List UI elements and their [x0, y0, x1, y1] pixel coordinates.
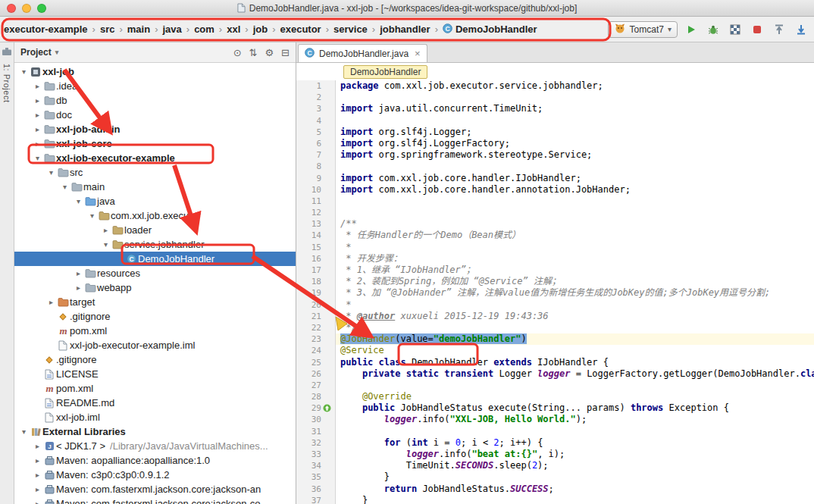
code-line[interactable] [336, 380, 814, 391]
window-close-button[interactable] [7, 4, 16, 13]
code-line[interactable] [336, 207, 814, 218]
chevron-collapsed-icon[interactable]: ▸ [46, 298, 56, 306]
run-config-select[interactable]: Tomcat7 ▾ [608, 21, 678, 38]
code-line[interactable]: * @author xuxueli 2015-12-19 19:43:36 [336, 311, 814, 322]
code-line[interactable] [336, 92, 814, 103]
editor-breadcrumb-tag[interactable]: DemoJobHandler [343, 65, 427, 79]
tree-item[interactable]: ▾java [14, 194, 296, 208]
tree-item[interactable]: ▸doc [14, 108, 296, 122]
tree-item[interactable]: ▸loader [14, 223, 296, 237]
gutter[interactable]: 9 [296, 173, 336, 184]
chevron-expanded-icon[interactable]: ▾ [60, 183, 70, 191]
gutter[interactable]: 33 [296, 449, 336, 460]
gutter[interactable]: 25 [296, 357, 336, 368]
gutter[interactable]: 29 [296, 402, 336, 414]
gutter[interactable]: 12 [296, 207, 336, 218]
chevron-expanded-icon[interactable]: ▾ [33, 154, 42, 162]
tree-item[interactable]: ▸target [14, 295, 296, 309]
gutter[interactable]: 7 [296, 149, 336, 161]
code-line[interactable] [336, 115, 814, 127]
gutter[interactable]: 8 [296, 161, 336, 172]
chevron-expanded-icon[interactable]: ▾ [74, 197, 83, 205]
chevron-collapsed-icon[interactable]: ▸ [33, 485, 42, 493]
chevron-collapsed-icon[interactable]: ▸ [33, 442, 42, 450]
tree-item[interactable]: ▸xxl-job-core [14, 136, 296, 151]
gutter[interactable]: 28 [296, 391, 336, 402]
tree-item[interactable]: ▸Maven: aopalliance:aopalliance:1.0 [14, 453, 296, 468]
breadcrumb-item[interactable]: com [192, 22, 217, 36]
tree-item[interactable]: ▸resources [14, 266, 296, 280]
code-line[interactable]: * 任务Handler的一个Demo（Bean模式） [336, 230, 814, 241]
code-line[interactable]: @Service [336, 345, 814, 356]
chevron-collapsed-icon[interactable]: ▸ [33, 139, 42, 148]
chevron-collapsed-icon[interactable]: ▸ [33, 125, 42, 133]
tree-item[interactable]: ▸J< JDK1.7 >/Library/Java/JavaVirtualMac… [14, 439, 296, 453]
code-line[interactable] [336, 426, 814, 437]
code-line[interactable]: * 1、继承 “IJobHandler”； [336, 265, 814, 276]
code-line[interactable]: public JobHandleStatus execute(String...… [336, 402, 814, 414]
code-line[interactable]: /** [336, 218, 814, 230]
tree-item[interactable]: ▾com.xxl.job.executor [14, 208, 296, 223]
code-line[interactable]: */ [336, 322, 814, 333]
code-line[interactable]: } [336, 495, 814, 504]
collapse-all-icon[interactable]: ⊟ [281, 47, 290, 58]
code-line[interactable]: import org.springframework.stereotype.Se… [336, 149, 814, 161]
code-line[interactable]: @Override [336, 391, 814, 402]
vcs-update-button[interactable] [793, 21, 809, 38]
code-line[interactable]: import com.xxl.job.core.handler.annotati… [336, 184, 814, 196]
gutter[interactable]: 31 [296, 426, 336, 437]
stop-button[interactable] [749, 21, 765, 38]
breadcrumb-item[interactable]: service [331, 22, 370, 36]
gutter[interactable]: 2 [296, 92, 336, 103]
breadcrumb-item[interactable]: xxl [224, 22, 243, 36]
coverage-button[interactable] [727, 21, 744, 38]
code-line[interactable]: * [336, 242, 814, 253]
gutter[interactable]: 5 [296, 127, 336, 138]
editor-tab[interactable]: C DemoJobHandler.java × [298, 44, 427, 62]
breadcrumb-item[interactable]: CDemoJobHandler [440, 22, 540, 37]
gutter[interactable]: 24 [296, 345, 336, 356]
code-line[interactable]: import org.slf4j.Logger; [336, 127, 814, 138]
breadcrumb-item[interactable]: executor-example [2, 22, 90, 36]
chevron-collapsed-icon[interactable]: ▸ [74, 269, 83, 277]
code-line[interactable]: TimeUnit.SECONDS.sleep(2); [336, 460, 814, 471]
sort-icon[interactable]: ⇅ [249, 47, 258, 58]
code-line[interactable]: logger.info("XXL-JOB, Hello World."); [336, 414, 814, 425]
tree-item[interactable]: xxl-job-executor-example.iml [14, 338, 296, 352]
tree-item[interactable]: .gitignore [14, 309, 296, 324]
code-line[interactable]: package com.xxl.job.executor.service.job… [336, 80, 814, 92]
chevron-collapsed-icon[interactable]: ▸ [33, 471, 42, 479]
chevron-collapsed-icon[interactable]: ▸ [33, 82, 42, 90]
tree-item[interactable]: ▸Maven: com.fasterxml.jackson.core:jacks… [14, 496, 296, 504]
chevron-expanded-icon[interactable]: ▾ [87, 211, 97, 220]
code-line[interactable]: import java.util.concurrent.TimeUnit; [336, 103, 814, 114]
code-line[interactable]: import com.xxl.job.core.handler.IJobHand… [336, 173, 814, 184]
gutter[interactable]: 22 [296, 322, 336, 333]
code-line[interactable] [336, 161, 814, 172]
code-line[interactable]: return JobHandleStatus.SUCCESS; [336, 484, 814, 495]
gutter[interactable]: 17 [296, 265, 336, 276]
gutter[interactable]: 18 [296, 276, 336, 287]
code-line[interactable]: @JobHander(value="demoJobHandler") [336, 333, 814, 345]
chevron-expanded-icon[interactable]: ▾ [46, 168, 56, 177]
chevron-expanded-icon[interactable]: ▾ [19, 67, 29, 76]
chevron-collapsed-icon[interactable]: ▸ [74, 283, 83, 292]
breadcrumb-item[interactable]: java [160, 22, 183, 36]
gutter[interactable]: 37 [296, 495, 336, 504]
tree-item[interactable]: ▸Maven: c3p0:c3p0:0.9.1.2 [14, 468, 296, 482]
gutter[interactable]: 14 [296, 230, 336, 241]
project-view-select[interactable]: Project ▾ [20, 47, 58, 58]
chevron-collapsed-icon[interactable]: ▸ [33, 456, 42, 465]
chevron-collapsed-icon[interactable]: ▸ [33, 96, 42, 105]
gutter[interactable]: 35 [296, 471, 336, 483]
chevron-collapsed-icon[interactable]: ▸ [33, 111, 42, 119]
breadcrumb-item[interactable]: jobhandler [377, 22, 432, 36]
tree-item[interactable]: xxl-job.iml [14, 410, 296, 424]
tree-item[interactable]: ▾src [14, 165, 296, 180]
window-zoom-button[interactable] [37, 4, 46, 13]
tree-item[interactable]: ▸webapp [14, 280, 296, 295]
code-line[interactable]: * 开发步骤： [336, 253, 814, 265]
tree-item[interactable]: ▾xxl-job-executor-example [14, 151, 296, 165]
gutter[interactable]: 27 [296, 380, 336, 391]
chevron-expanded-icon[interactable]: ▾ [19, 427, 29, 436]
